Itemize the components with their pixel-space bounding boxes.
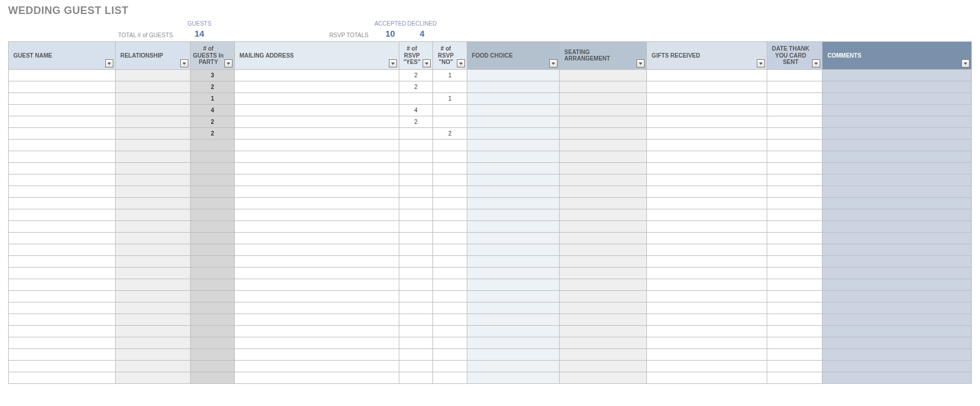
cell[interactable]: [235, 290, 399, 302]
cell[interactable]: [767, 220, 822, 232]
cell[interactable]: [399, 314, 432, 325]
cell[interactable]: [190, 244, 234, 255]
cell[interactable]: 4: [190, 104, 234, 116]
cell[interactable]: [433, 267, 467, 279]
filter-icon[interactable]: [757, 59, 765, 67]
cell[interactable]: [115, 232, 190, 244]
cell[interactable]: [559, 139, 646, 151]
cell[interactable]: [235, 325, 399, 337]
cell[interactable]: [767, 104, 822, 116]
cell[interactable]: [399, 220, 432, 232]
cell[interactable]: [559, 314, 646, 325]
cell[interactable]: [190, 348, 234, 360]
cell[interactable]: [647, 279, 767, 290]
cell[interactable]: [399, 360, 432, 372]
header-thank-you[interactable]: DATE THANK YOU CARD SENT: [767, 42, 822, 70]
cell[interactable]: [235, 209, 399, 220]
cell[interactable]: [559, 197, 646, 209]
header-comments[interactable]: COMMENTS: [822, 42, 972, 70]
cell[interactable]: [433, 209, 467, 220]
cell[interactable]: [190, 360, 234, 372]
cell[interactable]: [647, 325, 767, 337]
cell[interactable]: [235, 127, 399, 139]
header-food-choice[interactable]: FOOD CHOICE: [467, 42, 559, 70]
cell[interactable]: [467, 69, 559, 81]
cell[interactable]: [559, 127, 646, 139]
table-row[interactable]: [9, 255, 972, 267]
cell[interactable]: [822, 127, 972, 139]
cell[interactable]: [559, 325, 646, 337]
cell[interactable]: [467, 209, 559, 220]
cell[interactable]: [559, 244, 646, 255]
cell[interactable]: [433, 325, 467, 337]
cell[interactable]: [235, 151, 399, 162]
cell[interactable]: [647, 127, 767, 139]
cell[interactable]: [559, 81, 646, 92]
cell[interactable]: [433, 104, 467, 116]
cell[interactable]: [559, 360, 646, 372]
table-row[interactable]: 321: [9, 69, 972, 81]
cell[interactable]: [115, 348, 190, 360]
cell[interactable]: [767, 267, 822, 279]
cell[interactable]: 3: [190, 69, 234, 81]
cell[interactable]: [433, 162, 467, 174]
cell[interactable]: [190, 325, 234, 337]
cell[interactable]: [559, 69, 646, 81]
cell[interactable]: [559, 255, 646, 267]
cell[interactable]: [767, 92, 822, 104]
cell[interactable]: [467, 151, 559, 162]
cell[interactable]: [467, 302, 559, 314]
cell[interactable]: [9, 314, 116, 325]
cell[interactable]: [433, 186, 467, 197]
cell[interactable]: [9, 127, 116, 139]
cell[interactable]: [647, 337, 767, 348]
cell[interactable]: [467, 232, 559, 244]
cell[interactable]: [559, 302, 646, 314]
cell[interactable]: [235, 244, 399, 255]
table-row[interactable]: 22: [9, 81, 972, 92]
cell[interactable]: [467, 279, 559, 290]
cell[interactable]: [647, 209, 767, 220]
table-row[interactable]: [9, 267, 972, 279]
cell[interactable]: [190, 151, 234, 162]
cell[interactable]: [767, 151, 822, 162]
cell[interactable]: [115, 209, 190, 220]
cell[interactable]: [822, 209, 972, 220]
table-row[interactable]: [9, 151, 972, 162]
cell[interactable]: [433, 360, 467, 372]
filter-icon[interactable]: [636, 59, 645, 67]
cell[interactable]: 2: [399, 81, 432, 92]
cell[interactable]: [115, 302, 190, 314]
cell[interactable]: [235, 267, 399, 279]
cell[interactable]: [767, 314, 822, 325]
cell[interactable]: [467, 116, 559, 127]
cell[interactable]: [433, 279, 467, 290]
cell[interactable]: [647, 197, 767, 209]
cell[interactable]: [822, 290, 972, 302]
cell[interactable]: [190, 162, 234, 174]
cell[interactable]: [9, 244, 116, 255]
cell[interactable]: [235, 104, 399, 116]
cell[interactable]: [9, 279, 116, 290]
cell[interactable]: 2: [190, 81, 234, 92]
cell[interactable]: [767, 232, 822, 244]
cell[interactable]: 2: [399, 69, 432, 81]
cell[interactable]: [822, 232, 972, 244]
cell[interactable]: [467, 81, 559, 92]
cell[interactable]: [190, 186, 234, 197]
table-row[interactable]: [9, 348, 972, 360]
cell[interactable]: [433, 232, 467, 244]
cell[interactable]: [433, 151, 467, 162]
cell[interactable]: [559, 174, 646, 186]
cell[interactable]: [767, 255, 822, 267]
cell[interactable]: [9, 232, 116, 244]
cell[interactable]: [822, 220, 972, 232]
cell[interactable]: [767, 162, 822, 174]
cell[interactable]: [767, 302, 822, 314]
cell[interactable]: [399, 337, 432, 348]
cell[interactable]: [767, 209, 822, 220]
table-row[interactable]: 44: [9, 104, 972, 116]
cell[interactable]: [115, 174, 190, 186]
table-row[interactable]: [9, 337, 972, 348]
header-rsvp-no[interactable]: # of RSVP "NO": [433, 42, 467, 70]
